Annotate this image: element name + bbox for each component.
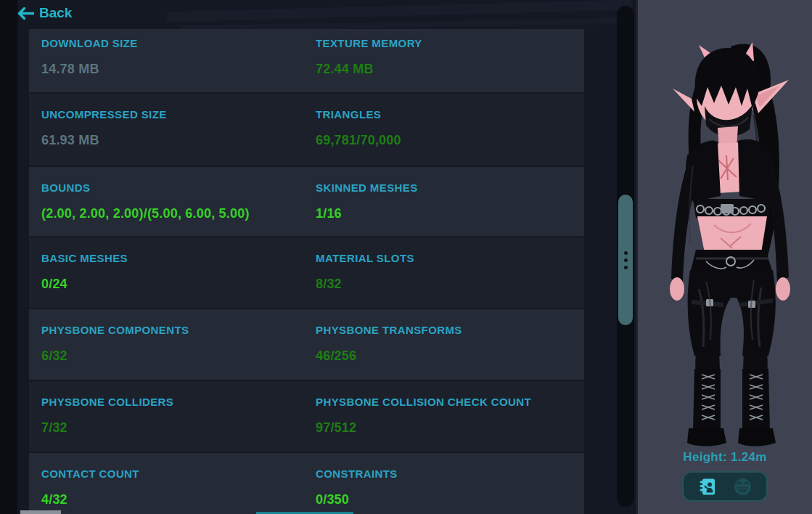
stats-row-meshes-materials: BASIC MESHES 0/24 MATERIAL SLOTS 8/32 (29, 237, 584, 308)
stat-label: PHYSBONE COLLISION CHECK COUNT (316, 396, 581, 408)
scrollbar-thumb[interactable] (618, 195, 633, 325)
scrolled-content-fragment (20, 510, 61, 514)
window-left-edge (0, 0, 17, 514)
scrollbar-track[interactable] (617, 6, 634, 507)
stat-label: DOWNLOAD SIZE (41, 37, 303, 49)
stat-label: TEXTURE MEMORY (316, 37, 581, 49)
stats-row-uncompressed-triangles: UNCOMPRESSED SIZE 61.93 MB TRIANGLES 69,… (29, 94, 584, 166)
stats-row-contacts-constraints: CONTACT COUNT 4/32 CONSTRAINTS 0/350 (29, 453, 584, 514)
back-label: Back (39, 5, 72, 21)
avatar-height-label: Height: 1.24m (638, 450, 812, 465)
stat-value: 97/512 (316, 420, 581, 436)
thumb-grip-dot (624, 258, 628, 262)
stat-value: 0/24 (41, 277, 303, 292)
stat-label: PHYSBONE TRANSFORMS (316, 324, 581, 336)
stats-row-physbone-colliders-collision: PHYSBONE COLLIDERS 7/32 PHYSBONE COLLISI… (29, 381, 584, 452)
stat-label: BASIC MESHES (41, 252, 303, 264)
avatar-3d-preview[interactable] (645, 28, 806, 449)
stat-label: BOUNDS (41, 181, 303, 194)
thumb-grip-dot (624, 266, 628, 269)
stat-value: 0/350 (316, 492, 581, 507)
back-arrow-icon (17, 7, 34, 20)
back-button[interactable]: Back (17, 5, 72, 21)
stat-value: 4/32 (41, 492, 303, 507)
stat-value: 72.44 MB (316, 62, 581, 77)
stat-value: 14.78 MB (41, 62, 303, 77)
expressions-face-icon[interactable] (731, 476, 753, 497)
avatar-stats-book-icon[interactable] (697, 476, 718, 497)
stat-value: (2.00, 2.00, 2.00)/(5.00, 6.00, 5.00) (41, 206, 303, 221)
stats-row-download-texture: DOWNLOAD SIZE 14.78 MB TEXTURE MEMORY 72… (29, 29, 584, 92)
stat-label: PHYSBONE COMPONENTS (41, 324, 303, 336)
avatar-view-toggle (682, 471, 768, 502)
stat-value: 6/32 (41, 348, 303, 364)
background-streak (167, 0, 631, 22)
stat-label: CONSTRAINTS (316, 468, 581, 480)
thumb-grip-dot (624, 251, 628, 255)
stat-label: UNCOMPRESSED SIZE (41, 108, 303, 121)
stats-row-physbone-components-transforms: PHYSBONE COMPONENTS 6/32 PHYSBONE TRANSF… (29, 309, 584, 380)
stat-value: 61.93 MB (41, 133, 303, 148)
avatar-preview-panel: Height: 1.24m (636, 0, 812, 514)
stat-label: CONTACT COUNT (41, 468, 303, 480)
stat-value: 46/256 (316, 348, 581, 364)
stat-value: 1/16 (316, 206, 581, 221)
stat-label: MATERIAL SLOTS (316, 252, 581, 264)
stats-row-bounds-skinned: BOUNDS (2.00, 2.00, 2.00)/(5.00, 6.00, 5… (29, 167, 584, 236)
stat-value: 69,781/70,000 (316, 133, 581, 148)
stat-label: TRIANGLES (316, 108, 581, 121)
stat-label: SKINNED MESHES (316, 181, 581, 194)
stat-value: 7/32 (41, 420, 303, 436)
stat-label: PHYSBONE COLLIDERS (41, 396, 303, 408)
avatar-details-screen: Back DOWNLOAD SIZE 14.78 MB TEXTURE MEMO… (0, 0, 812, 514)
stat-value: 8/32 (316, 277, 581, 292)
